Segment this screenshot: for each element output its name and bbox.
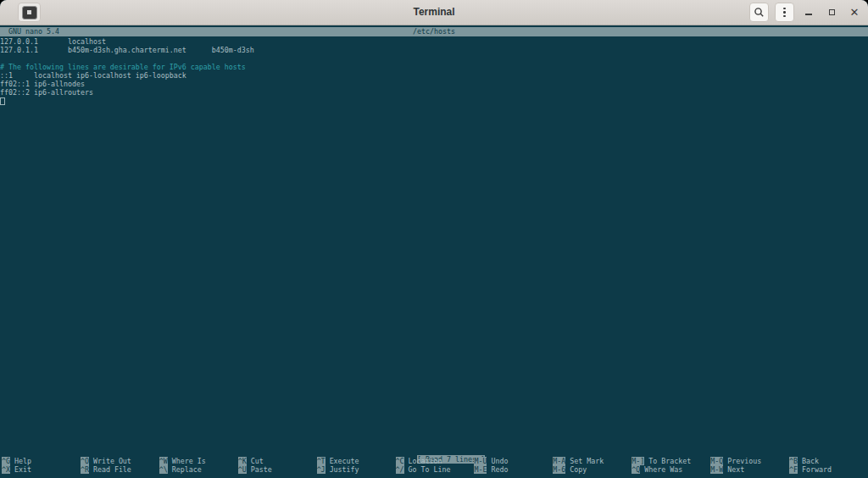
- shortcut-row: ^OWrite Out: [81, 457, 159, 465]
- shortcut-row: ^RRead File: [81, 465, 159, 474]
- shortcut-key: M-W: [710, 465, 723, 474]
- menu-button[interactable]: [775, 3, 794, 22]
- shortcut-row: M-UUndo: [474, 457, 553, 465]
- shortcut-key: ^J: [317, 465, 326, 474]
- editor-line: ::1 localhost ip6-localhost ip6-loopback: [0, 71, 868, 80]
- shortcut-row: M-QPrevious: [710, 457, 789, 465]
- shortcut-label: Where Was: [644, 465, 682, 474]
- close-icon: ✕: [850, 7, 860, 18]
- window-titlebar: Terminal ✕: [0, 0, 868, 25]
- nano-filename-label: /etc/hosts: [0, 27, 868, 36]
- shortcut-key: ^U: [238, 465, 247, 474]
- shortcut-key: M-U: [474, 457, 487, 465]
- shortcut-column: ^BBack^FForward: [789, 457, 868, 474]
- shortcut-label: Exit: [14, 465, 31, 474]
- terminal-window: Terminal ✕ GNU nano 5.4: [0, 0, 868, 478]
- minimize-button[interactable]: [800, 3, 817, 22]
- minimize-icon: [805, 14, 812, 15]
- shortcut-label: Back: [802, 457, 819, 465]
- editor-line: ff02::1 ip6-allnodes: [0, 80, 868, 88]
- shortcut-key: M-E: [474, 465, 487, 474]
- shortcut-key: ^\: [159, 465, 168, 474]
- shortcut-label: Cut: [251, 457, 264, 465]
- shortcut-key: ^B: [789, 457, 798, 465]
- shortcut-label: Redo: [491, 465, 508, 474]
- kebab-menu-icon: [783, 8, 786, 18]
- window-title: Terminal: [0, 0, 868, 25]
- shortcut-label: Set Mark: [570, 457, 604, 465]
- shortcut-column: M-]To Bracket^QWhere Was: [632, 457, 710, 474]
- shortcut-row: ^JJustify: [317, 465, 396, 474]
- shortcut-row: ^KCut: [238, 457, 317, 465]
- shortcut-label: Execute: [330, 457, 359, 465]
- editor-line: 127.0.0.1 localhost: [0, 37, 868, 46]
- shortcut-row: ^CLocation: [396, 457, 475, 465]
- nano-titlebar: GNU nano 5.4 /etc/hosts: [0, 27, 868, 36]
- shortcut-label: Copy: [570, 465, 587, 474]
- shortcut-key: ^X: [2, 465, 10, 474]
- shortcut-label: Where Is: [172, 457, 206, 465]
- editor-line: # The following lines are desirable for …: [0, 63, 868, 71]
- titlebar-controls: ✕: [749, 0, 863, 25]
- shortcut-key: M-A: [553, 457, 565, 465]
- shortcut-label: Location: [409, 457, 442, 465]
- shortcut-label: Justify: [330, 465, 359, 474]
- shortcut-bar: ^GHelp^XExit^OWrite Out^RRead File^WWher…: [0, 456, 868, 478]
- shortcut-key: ^G: [2, 457, 10, 465]
- shortcut-key: ^K: [238, 457, 247, 465]
- editor-lines[interactable]: 127.0.0.1 localhost127.0.1.1 b450m-d3sh.…: [0, 36, 868, 97]
- shortcut-row: ^BBack: [789, 457, 868, 465]
- shortcut-label: Paste: [251, 465, 272, 474]
- shortcut-label: Write Out: [93, 457, 131, 465]
- shortcut-key: M-6: [553, 465, 565, 474]
- editor-line: [0, 54, 868, 63]
- shortcut-label: Read File: [93, 465, 131, 474]
- search-button[interactable]: [749, 3, 769, 22]
- shortcut-row: M-]To Bracket: [632, 457, 710, 465]
- shortcut-label: Help: [14, 457, 31, 465]
- shortcut-row: ^QWhere Was: [632, 465, 710, 474]
- maximize-icon: [829, 9, 835, 15]
- shortcut-key: M-Q: [710, 457, 723, 465]
- text-cursor: [0, 97, 5, 105]
- shortcut-key: ^R: [81, 465, 89, 474]
- maximize-button[interactable]: [823, 3, 840, 22]
- shortcut-key: M-]: [632, 457, 644, 465]
- search-icon: [754, 7, 765, 18]
- nano-status-row: [ Read 7 lines ]: [0, 447, 868, 456]
- shortcut-column: M-ASet MarkM-6Copy: [553, 457, 632, 474]
- editor-line: 127.0.1.1 b450m-d3sh.gha.chartermi.net b…: [0, 46, 868, 54]
- shortcut-key: ^W: [159, 457, 168, 465]
- nano-bottom-area: [ Read 7 lines ] ^GHelp^XExit^OWrite Out…: [0, 447, 868, 478]
- shortcut-row: ^GHelp: [2, 457, 81, 465]
- shortcut-key: ^F: [789, 465, 798, 474]
- shortcut-key: ^C: [396, 457, 404, 465]
- shortcut-row: ^/Go To Line: [396, 465, 475, 474]
- shortcut-label: Undo: [491, 457, 508, 465]
- shortcut-column: ^OWrite Out^RRead File: [81, 457, 159, 474]
- shortcut-row: M-6Copy: [553, 465, 632, 474]
- shortcut-label: Forward: [802, 465, 832, 474]
- shortcut-column: ^CLocation^/Go To Line: [396, 457, 475, 474]
- shortcut-key: ^/: [396, 465, 404, 474]
- shortcut-row: ^UPaste: [238, 465, 317, 474]
- shortcut-row: M-ASet Mark: [553, 457, 632, 465]
- shortcut-key: ^T: [317, 457, 326, 465]
- shortcut-label: Next: [727, 465, 744, 474]
- shortcut-column: ^KCut^UPaste: [238, 457, 317, 474]
- shortcut-column: ^GHelp^XExit: [2, 457, 81, 474]
- shortcut-label: Go To Line: [409, 465, 451, 474]
- shortcut-row: ^FForward: [789, 465, 868, 474]
- editor-cursor-line: [0, 97, 868, 105]
- close-button[interactable]: ✕: [846, 3, 863, 22]
- shortcut-row: ^XExit: [2, 465, 81, 474]
- shortcut-key: ^Q: [632, 465, 640, 474]
- shortcut-label: To Bracket: [648, 457, 691, 465]
- shortcut-row: M-ERedo: [474, 465, 553, 474]
- shortcut-label: Replace: [172, 465, 202, 474]
- shortcut-row: ^TExecute: [317, 457, 396, 465]
- shortcut-column: M-QPreviousM-WNext: [710, 457, 789, 474]
- terminal-viewport[interactable]: GNU nano 5.4 /etc/hosts 127.0.0.1 localh…: [0, 25, 868, 478]
- shortcut-row: ^WWhere Is: [159, 457, 238, 465]
- shortcut-label: Previous: [727, 457, 761, 465]
